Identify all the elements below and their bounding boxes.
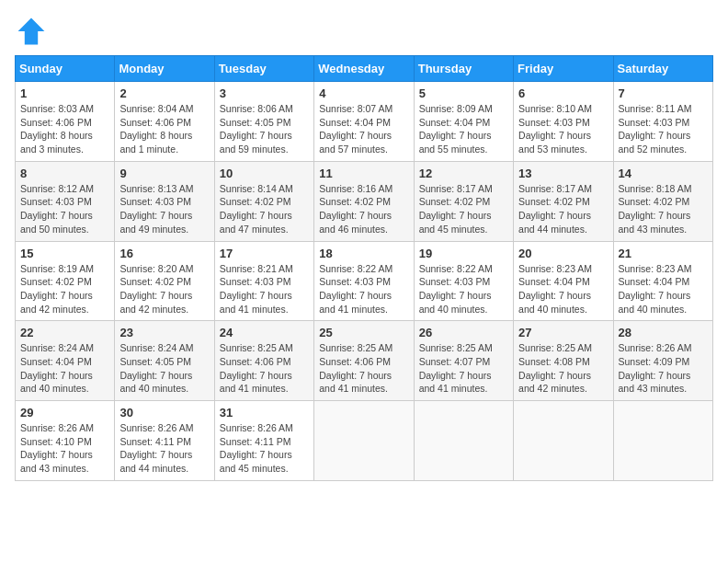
calendar-table: SundayMondayTuesdayWednesdayThursdayFrid…	[15, 55, 713, 481]
calendar-week: 15Sunrise: 8:19 AMSunset: 4:02 PMDayligh…	[16, 241, 713, 321]
day-number: 15	[20, 247, 109, 260]
calendar-cell: 12Sunrise: 8:17 AMSunset: 4:02 PMDayligh…	[414, 161, 513, 241]
calendar-cell: 7Sunrise: 8:11 AMSunset: 4:03 PMDaylight…	[613, 82, 712, 162]
day-number: 29	[20, 406, 109, 419]
day-number: 13	[518, 167, 608, 180]
day-number: 7	[619, 86, 708, 100]
calendar-cell: 3Sunrise: 8:06 AMSunset: 4:05 PMDaylight…	[214, 82, 313, 162]
day-detail: Sunrise: 8:22 AMSunset: 4:03 PMDaylight:…	[319, 262, 408, 316]
day-detail: Sunrise: 8:13 AMSunset: 4:03 PMDaylight:…	[119, 182, 209, 236]
weekday-header: Tuesday	[214, 56, 313, 82]
day-detail: Sunrise: 8:04 AMSunset: 4:06 PMDaylight:…	[119, 102, 209, 156]
weekday-header: Saturday	[613, 56, 712, 82]
calendar-cell: 28Sunrise: 8:26 AMSunset: 4:09 PMDayligh…	[613, 321, 712, 401]
day-number: 30	[119, 406, 209, 419]
day-detail: Sunrise: 8:26 AMSunset: 4:11 PMDaylight:…	[220, 421, 309, 476]
day-detail: Sunrise: 8:26 AMSunset: 4:11 PMDaylight:…	[119, 421, 209, 476]
day-detail: Sunrise: 8:10 AMSunset: 4:03 PMDaylight:…	[518, 102, 608, 156]
calendar-cell: 5Sunrise: 8:09 AMSunset: 4:04 PMDaylight…	[414, 82, 513, 162]
day-detail: Sunrise: 8:22 AMSunset: 4:03 PMDaylight:…	[419, 262, 508, 316]
day-number: 21	[619, 247, 708, 260]
day-number: 27	[518, 326, 608, 339]
day-number: 28	[619, 326, 708, 339]
day-detail: Sunrise: 8:24 AMSunset: 4:05 PMDaylight:…	[119, 341, 209, 396]
day-detail: Sunrise: 8:23 AMSunset: 4:04 PMDaylight:…	[619, 262, 708, 316]
day-detail: Sunrise: 8:17 AMSunset: 4:02 PMDaylight:…	[419, 182, 508, 236]
calendar-cell: 30Sunrise: 8:26 AMSunset: 4:11 PMDayligh…	[115, 401, 214, 481]
calendar-cell: 9Sunrise: 8:13 AMSunset: 4:03 PMDaylight…	[115, 161, 214, 241]
calendar-cell: 29Sunrise: 8:26 AMSunset: 4:10 PMDayligh…	[16, 401, 115, 481]
day-number: 14	[619, 167, 708, 180]
calendar-cell: 21Sunrise: 8:23 AMSunset: 4:04 PMDayligh…	[613, 241, 712, 321]
day-number: 2	[119, 86, 209, 100]
weekday-header: Friday	[514, 56, 613, 82]
svg-marker-0	[18, 18, 45, 45]
calendar-cell	[514, 401, 613, 481]
calendar-cell: 13Sunrise: 8:17 AMSunset: 4:02 PMDayligh…	[514, 161, 613, 241]
day-number: 1	[20, 86, 109, 100]
day-detail: Sunrise: 8:16 AMSunset: 4:02 PMDaylight:…	[319, 182, 408, 236]
day-number: 11	[319, 167, 408, 180]
calendar-week: 29Sunrise: 8:26 AMSunset: 4:10 PMDayligh…	[16, 401, 713, 481]
calendar-cell: 6Sunrise: 8:10 AMSunset: 4:03 PMDaylight…	[514, 82, 613, 162]
day-detail: Sunrise: 8:07 AMSunset: 4:04 PMDaylight:…	[319, 102, 408, 156]
logo	[15, 15, 53, 48]
day-detail: Sunrise: 8:25 AMSunset: 4:06 PMDaylight:…	[220, 341, 309, 396]
calendar-cell: 22Sunrise: 8:24 AMSunset: 4:04 PMDayligh…	[16, 321, 115, 401]
day-detail: Sunrise: 8:20 AMSunset: 4:02 PMDaylight:…	[119, 262, 209, 316]
day-number: 22	[20, 326, 109, 339]
day-detail: Sunrise: 8:03 AMSunset: 4:06 PMDaylight:…	[20, 102, 109, 156]
calendar-cell: 17Sunrise: 8:21 AMSunset: 4:03 PMDayligh…	[214, 241, 313, 321]
weekday-header: Monday	[115, 56, 214, 82]
day-detail: Sunrise: 8:17 AMSunset: 4:02 PMDaylight:…	[518, 182, 608, 236]
day-detail: Sunrise: 8:26 AMSunset: 4:10 PMDaylight:…	[20, 421, 109, 476]
day-number: 23	[119, 326, 209, 339]
weekday-header: Thursday	[414, 56, 513, 82]
calendar-cell: 25Sunrise: 8:25 AMSunset: 4:06 PMDayligh…	[314, 321, 414, 401]
weekday-header: Wednesday	[314, 56, 414, 82]
calendar-cell: 8Sunrise: 8:12 AMSunset: 4:03 PMDaylight…	[16, 161, 115, 241]
logo-icon	[15, 15, 48, 48]
calendar-week: 22Sunrise: 8:24 AMSunset: 4:04 PMDayligh…	[16, 321, 713, 401]
day-detail: Sunrise: 8:18 AMSunset: 4:02 PMDaylight:…	[619, 182, 708, 236]
day-number: 17	[220, 247, 309, 260]
day-number: 18	[319, 247, 408, 260]
day-detail: Sunrise: 8:25 AMSunset: 4:08 PMDaylight:…	[518, 341, 608, 396]
day-number: 8	[20, 167, 109, 180]
day-detail: Sunrise: 8:26 AMSunset: 4:09 PMDaylight:…	[619, 341, 708, 396]
day-number: 31	[220, 406, 309, 419]
calendar-cell: 2Sunrise: 8:04 AMSunset: 4:06 PMDaylight…	[115, 82, 214, 162]
calendar-week: 8Sunrise: 8:12 AMSunset: 4:03 PMDaylight…	[16, 161, 713, 241]
day-detail: Sunrise: 8:21 AMSunset: 4:03 PMDaylight:…	[220, 262, 309, 316]
day-detail: Sunrise: 8:14 AMSunset: 4:02 PMDaylight:…	[220, 182, 309, 236]
calendar-cell: 24Sunrise: 8:25 AMSunset: 4:06 PMDayligh…	[214, 321, 313, 401]
day-number: 3	[220, 86, 309, 100]
calendar-cell: 14Sunrise: 8:18 AMSunset: 4:02 PMDayligh…	[613, 161, 712, 241]
day-detail: Sunrise: 8:11 AMSunset: 4:03 PMDaylight:…	[619, 102, 708, 156]
calendar-cell: 18Sunrise: 8:22 AMSunset: 4:03 PMDayligh…	[314, 241, 414, 321]
calendar-cell: 10Sunrise: 8:14 AMSunset: 4:02 PMDayligh…	[214, 161, 313, 241]
page-header	[15, 15, 713, 48]
weekday-header: Sunday	[16, 56, 115, 82]
day-detail: Sunrise: 8:19 AMSunset: 4:02 PMDaylight:…	[20, 262, 109, 316]
day-number: 26	[419, 326, 508, 339]
day-number: 24	[220, 326, 309, 339]
calendar-cell: 11Sunrise: 8:16 AMSunset: 4:02 PMDayligh…	[314, 161, 414, 241]
calendar-cell	[414, 401, 513, 481]
day-number: 20	[518, 247, 608, 260]
calendar-cell: 20Sunrise: 8:23 AMSunset: 4:04 PMDayligh…	[514, 241, 613, 321]
calendar-cell	[613, 401, 712, 481]
day-detail: Sunrise: 8:09 AMSunset: 4:04 PMDaylight:…	[419, 102, 508, 156]
day-number: 4	[319, 86, 408, 100]
calendar-week: 1Sunrise: 8:03 AMSunset: 4:06 PMDaylight…	[16, 82, 713, 162]
day-detail: Sunrise: 8:12 AMSunset: 4:03 PMDaylight:…	[20, 182, 109, 236]
day-number: 25	[319, 326, 408, 339]
calendar-cell: 19Sunrise: 8:22 AMSunset: 4:03 PMDayligh…	[414, 241, 513, 321]
calendar-cell: 4Sunrise: 8:07 AMSunset: 4:04 PMDaylight…	[314, 82, 414, 162]
day-number: 9	[119, 167, 209, 180]
calendar-body: 1Sunrise: 8:03 AMSunset: 4:06 PMDaylight…	[16, 82, 713, 481]
calendar-cell: 23Sunrise: 8:24 AMSunset: 4:05 PMDayligh…	[115, 321, 214, 401]
day-detail: Sunrise: 8:23 AMSunset: 4:04 PMDaylight:…	[518, 262, 608, 316]
day-number: 6	[518, 86, 608, 100]
calendar-cell: 16Sunrise: 8:20 AMSunset: 4:02 PMDayligh…	[115, 241, 214, 321]
